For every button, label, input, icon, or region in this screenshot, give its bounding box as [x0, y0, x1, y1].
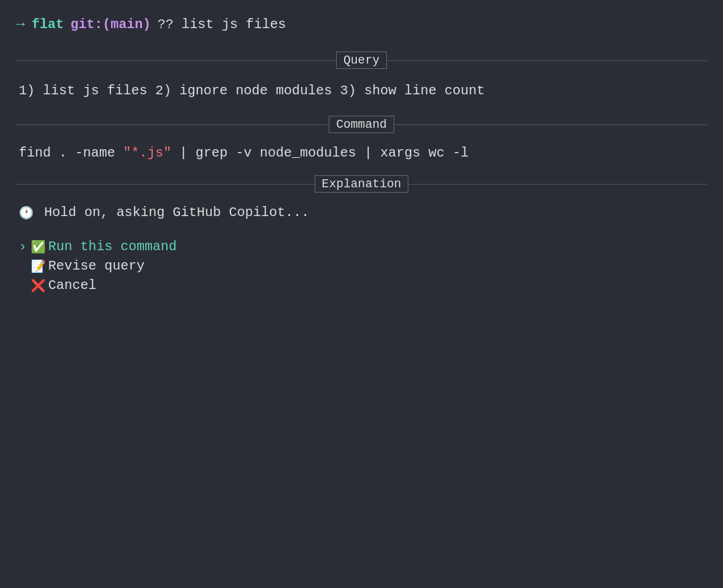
prompt-dir: flat — [31, 17, 64, 32]
command-label: Command — [329, 116, 394, 133]
menu-section: › ✅ Run this command 📝 Revise query ❌ Ca… — [16, 239, 707, 293]
revise-label: Revise query — [48, 258, 145, 274]
divider-line-left-2 — [16, 124, 329, 125]
loading-icon: 🕐 — [19, 205, 33, 220]
loading-text: Hold on, asking GitHub Copilot... — [44, 205, 309, 220]
command-after: | grep -v node_modules | xargs wc -l — [171, 145, 469, 161]
divider-line-left — [16, 60, 336, 61]
prompt-query: ?? list js files — [157, 17, 286, 32]
cancel-emoji: ❌ — [31, 278, 46, 293]
query-content: 1) list js files 2) ignore node modules … — [16, 81, 707, 101]
run-label: Run this command — [48, 239, 177, 254]
query-divider: Query — [16, 52, 707, 69]
cancel-label: Cancel — [48, 278, 96, 293]
loading-line: 🕐 Hold on, asking GitHub Copilot... — [16, 205, 707, 220]
menu-item-cancel[interactable]: ❌ Cancel — [19, 278, 707, 293]
divider-line-left-3 — [16, 184, 315, 185]
menu-item-revise[interactable]: 📝 Revise query — [19, 258, 707, 274]
prompt-arrow: → — [16, 16, 25, 33]
prompt-line: → flat git:(main) ?? list js files — [16, 16, 707, 33]
revise-emoji: 📝 — [31, 259, 46, 274]
explanation-divider: Explanation — [16, 175, 707, 193]
command-content: find . -name "*.js" | grep -v node_modul… — [16, 145, 707, 161]
divider-line-right-2 — [394, 124, 707, 125]
menu-arrow: › — [19, 239, 27, 254]
command-divider: Command — [16, 116, 707, 133]
prompt-branch: git:(main) — [70, 17, 151, 32]
divider-line-right — [387, 60, 707, 61]
run-emoji: ✅ — [31, 239, 46, 254]
menu-item-run[interactable]: › ✅ Run this command — [19, 239, 707, 254]
explanation-label: Explanation — [315, 175, 409, 193]
query-label: Query — [336, 52, 387, 69]
divider-line-right-3 — [408, 184, 707, 185]
command-string: "*.js" — [123, 145, 171, 161]
command-before: find . -name — [19, 145, 123, 161]
